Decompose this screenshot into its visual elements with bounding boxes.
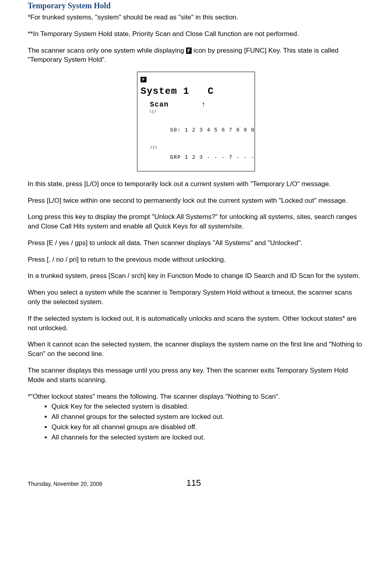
function-f-icon: F — [186, 48, 192, 54]
lcd-signal-icon: /|\ — [150, 145, 157, 150]
lcd-s0-line: \|/ S0: 1 2 3 4 5 6 7 8 9 0 — [141, 114, 255, 141]
list-item: Quick Key for the selected system is dis… — [51, 402, 364, 411]
body-text: In this state, press [L/O] once to tempo… — [28, 179, 364, 189]
body-text: *For trunked systems, "system" should be… — [28, 13, 364, 22]
body-text: *"Other lockout states" means the follow… — [28, 392, 364, 401]
body-text: **In Temporary System Hold state, Priori… — [28, 29, 364, 39]
lcd-display: F System 1 C Scan ↑ \|/ S0: 1 2 3 4 5 6 … — [137, 72, 255, 171]
page-footer: Thursday, November 20, 2008 115 — [0, 457, 392, 489]
body-text: Press [. / no / pri] to return to the pr… — [28, 255, 364, 264]
body-text: When you select a system while the scann… — [28, 288, 364, 307]
body-text: If the selected system is locked out, it… — [28, 314, 364, 333]
body-text: The scanner scans only one system while … — [28, 46, 364, 65]
lcd-grp-line: /|\ GRP 1 2 3 - - - 7 - - - — [141, 141, 255, 168]
body-text: Press [E / yes / gps] to unlock all data… — [28, 238, 364, 248]
body-text: Long press this key to display the promp… — [28, 212, 364, 231]
lcd-signal-icon: \|/ — [149, 109, 156, 114]
lcd-f-icon: F — [141, 77, 147, 82]
page-number: 115 — [186, 477, 201, 489]
list-item: All channels for the selected system are… — [51, 433, 364, 442]
lcd-grp-text: GRP 1 2 3 - - - 7 - - - — [170, 154, 255, 160]
body-text: Press [L/O] twice within one second to p… — [28, 196, 364, 205]
text-fragment: The scanner scans only one system while … — [28, 47, 186, 54]
section-heading: Temporary System Hold — [28, 0, 364, 11]
bullet-list: Quick Key for the selected system is dis… — [28, 402, 364, 442]
body-text: In a trunked system, press [Scan / srch]… — [28, 271, 364, 281]
lcd-s0-text: S0: 1 2 3 4 5 6 7 8 9 0 — [170, 127, 255, 133]
lcd-line-1: System 1 C — [141, 85, 251, 98]
list-item: Quick key for all channel groups are dis… — [51, 422, 364, 432]
footer-date: Thursday, November 20, 2008 — [28, 480, 102, 488]
lcd-line-2: Scan ↑ — [141, 100, 251, 110]
body-text: When it cannot scan the selected system,… — [28, 340, 364, 359]
body-text: The scanner displays this message until … — [28, 366, 364, 385]
list-item: All channel groups for the selected syst… — [51, 412, 364, 422]
